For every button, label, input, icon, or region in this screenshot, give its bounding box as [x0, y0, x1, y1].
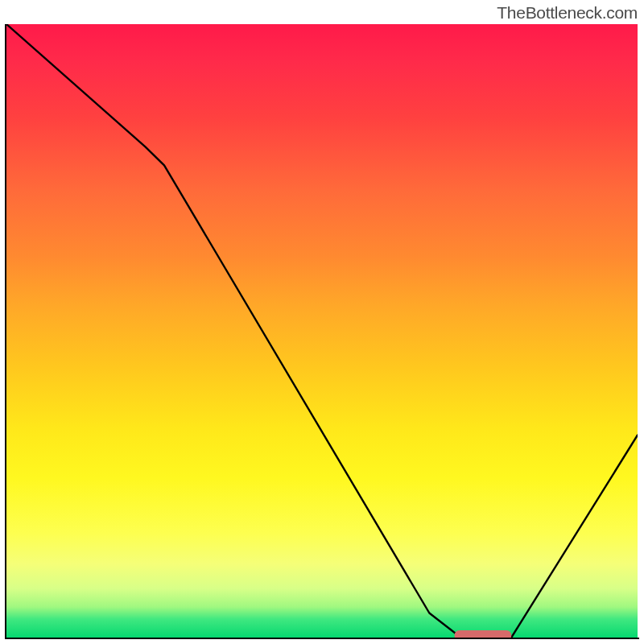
x-axis	[5, 638, 639, 639]
bottleneck-chart: TheBottleneck.com	[0, 0, 644, 644]
y-axis	[5, 24, 6, 639]
bottleneck-curve-svg	[6, 24, 638, 638]
bottleneck-curve-path	[6, 24, 638, 638]
watermark-text: TheBottleneck.com	[497, 3, 638, 23]
